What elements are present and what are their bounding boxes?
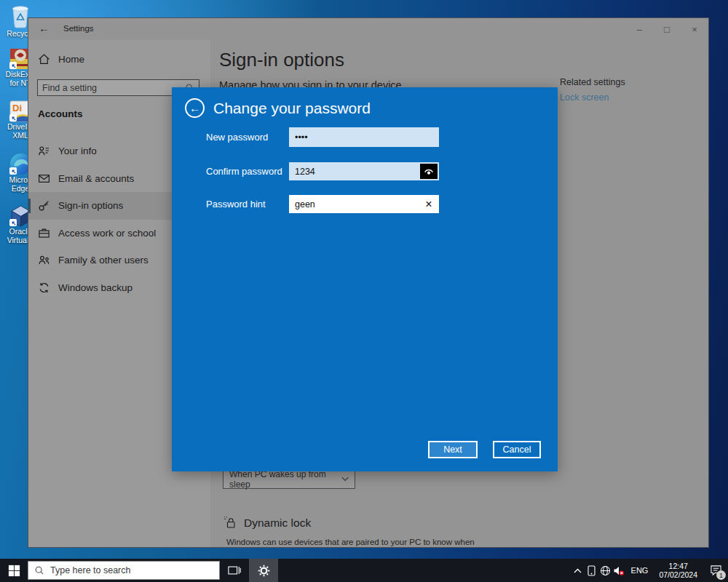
clock-date: 07/02/2024 [659, 570, 697, 579]
svg-text:Di: Di [12, 103, 22, 113]
sidebar-item-home[interactable]: Home [38, 53, 84, 65]
shortcut-arrow-icon [9, 219, 17, 226]
new-password-input[interactable] [289, 127, 439, 147]
sidebar-item-label: Access work or school [58, 228, 156, 239]
sidebar-item-label: Email & accounts [58, 173, 134, 184]
tray-volume-button[interactable] [612, 559, 626, 582]
clock-time: 12:47 [659, 562, 697, 570]
sidebar-section-heading: Accounts [38, 108, 83, 119]
wake-from-sleep-dropdown[interactable]: When PC wakes up from sleep [223, 469, 355, 489]
sidebar-item-label: Windows backup [58, 282, 132, 293]
gear-icon [258, 565, 270, 577]
window-title: Settings [63, 24, 94, 33]
people-icon [38, 254, 50, 266]
close-button[interactable]: × [681, 18, 708, 40]
language-indicator[interactable]: ENG [626, 566, 654, 575]
password-hint-input[interactable] [289, 195, 439, 213]
reveal-password-button[interactable] [420, 164, 438, 179]
taskbar-search-box[interactable] [28, 561, 220, 580]
globe-icon [600, 565, 611, 576]
dynamic-lock-heading: Dynamic lock [223, 516, 311, 530]
envelope-icon [38, 172, 50, 185]
close-icon: × [425, 198, 432, 211]
taskbar-search-input[interactable] [50, 565, 213, 575]
person-lines-icon [38, 145, 50, 157]
page-title: Sign-in options [219, 49, 344, 71]
taskbar: ENG 12:47 07/02/2024 1 [0, 559, 728, 582]
change-password-dialog: ← Change your password New password Conf… [172, 87, 558, 471]
notification-badge: 1 [716, 570, 726, 580]
minimize-button[interactable]: – [625, 18, 653, 40]
clear-text-button[interactable]: × [420, 195, 438, 213]
sidebar-item-label: Family & other users [58, 255, 149, 266]
lock-screen-link[interactable]: Lock screen [560, 92, 609, 103]
tray-network-button[interactable] [598, 559, 612, 582]
sync-icon [38, 282, 50, 294]
back-arrow-icon: ← [189, 102, 200, 114]
chevron-down-icon [341, 477, 349, 482]
titlebar: ← Settings – □ × [28, 18, 708, 40]
chevron-up-icon [574, 568, 582, 573]
related-settings-heading: Related settings [560, 77, 625, 87]
dynamic-lock-title: Dynamic lock [244, 517, 311, 530]
speaker-muted-icon [613, 565, 625, 576]
tray-device-icon-button[interactable] [585, 559, 598, 582]
start-button[interactable] [0, 559, 28, 582]
cancel-button[interactable]: Cancel [493, 441, 541, 458]
sidebar-home-label: Home [58, 54, 84, 65]
home-icon [38, 53, 50, 65]
password-hint-label: Password hint [206, 199, 289, 210]
tray-chevron-up[interactable] [571, 559, 585, 582]
system-tray: ENG 12:47 07/02/2024 1 [571, 559, 728, 582]
clock[interactable]: 12:47 07/02/2024 [653, 562, 703, 579]
settings-taskbar-button[interactable] [249, 559, 278, 582]
eye-icon [423, 167, 435, 176]
task-view-button[interactable] [220, 559, 249, 582]
dropdown-value: When PC wakes up from sleep [229, 469, 341, 490]
maximize-button[interactable]: □ [653, 18, 681, 40]
back-arrow-icon[interactable]: ← [39, 22, 50, 34]
dynamic-lock-description: Windows can use devices that are paired … [226, 538, 475, 546]
windows-logo-icon [8, 565, 20, 577]
dialog-title: Change your password [213, 100, 371, 117]
confirm-password-label: Confirm password [206, 166, 289, 177]
confirm-password-input[interactable] [289, 162, 439, 180]
shortcut-arrow-icon [9, 114, 17, 121]
device-icon [587, 565, 596, 576]
sidebar-item-label: Your info [58, 146, 97, 156]
key-icon [38, 199, 50, 212]
next-button[interactable]: Next [428, 441, 478, 458]
search-icon [34, 565, 44, 575]
next-button-label: Next [443, 445, 462, 455]
action-center-button[interactable]: 1 [703, 559, 728, 582]
shortcut-arrow-icon [9, 167, 17, 175]
briefcase-icon [38, 227, 50, 239]
find-setting-input[interactable] [38, 83, 185, 93]
task-view-icon [228, 565, 241, 575]
dynamic-lock-icon [223, 516, 237, 530]
sidebar-item-label: Sign-in options [58, 200, 123, 211]
dialog-back-button[interactable]: ← [185, 98, 205, 118]
shortcut-arrow-icon [9, 62, 17, 69]
new-password-label: New password [206, 132, 289, 143]
cancel-button-label: Cancel [503, 445, 531, 455]
